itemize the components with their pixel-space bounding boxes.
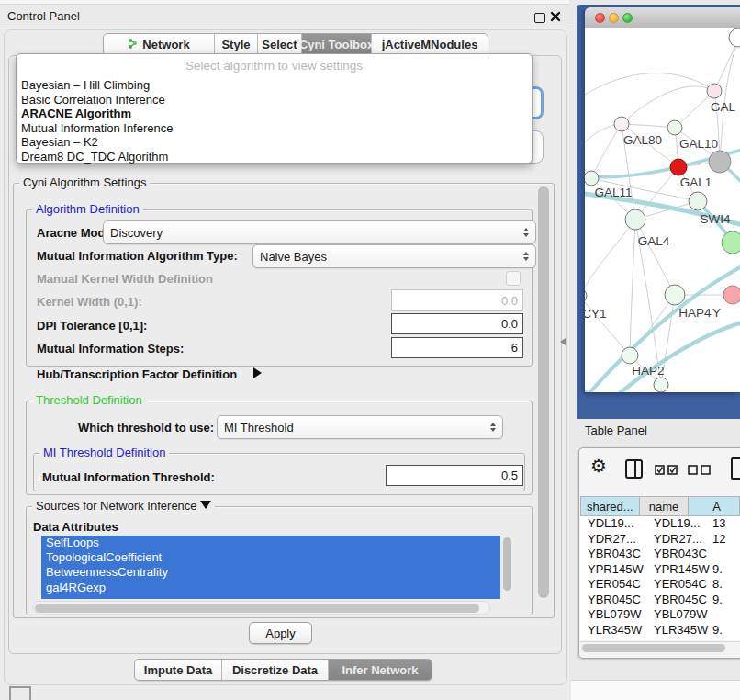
expand-right-icon[interactable] <box>253 367 262 378</box>
float-window-icon[interactable] <box>534 13 545 23</box>
table-settings-gear-icon[interactable]: ⚙ <box>590 456 607 476</box>
deselect-all-columns-icon[interactable] <box>688 464 712 478</box>
node-salmon[interactable] <box>723 286 740 304</box>
tab-discretize-data[interactable]: Discretize Data <box>222 660 329 680</box>
node-hap4[interactable] <box>665 285 685 305</box>
dpi-tolerance-label: DPI Tolerance [0,1]: <box>37 319 147 333</box>
combo-stepper-icon <box>490 423 496 433</box>
minimize-traffic-light[interactable] <box>609 13 619 23</box>
combo-stepper-icon <box>523 228 529 238</box>
node-label: GAL <box>711 100 736 114</box>
table-row[interactable]: YBL079WYBL079W <box>580 607 740 623</box>
aracne-mode-combobox[interactable]: Discovery <box>103 220 536 244</box>
dropdown-item[interactable]: Bayesian – K2 <box>21 135 526 150</box>
combo-stepper-icon <box>523 252 529 262</box>
tab-impute-data[interactable]: Impute Data <box>135 660 222 680</box>
node-label: GAL10 <box>679 137 718 151</box>
list-item[interactable]: TopologicalCoefficient <box>41 550 500 565</box>
column-layout-icon[interactable] <box>625 459 643 479</box>
mi-steps-label: Mutual Information Steps: <box>37 342 184 356</box>
network-view-window: GAL GAL80 GAL10 GAL1 GAL11 SWI4 GAL4 GCY… <box>585 7 740 392</box>
table-row[interactable]: YPR145WYPR145W9. <box>580 562 740 578</box>
close-icon[interactable] <box>550 11 561 22</box>
table-row[interactable]: YDL19...YDL19...13 <box>580 516 740 532</box>
dpi-tolerance-input[interactable]: 0.0 <box>391 313 523 334</box>
node-gal1[interactable] <box>670 159 687 175</box>
node-gal11[interactable] <box>585 171 599 186</box>
mi-steps-input[interactable]: 6 <box>391 337 523 358</box>
node-gray[interactable] <box>709 151 731 173</box>
close-traffic-light[interactable] <box>595 13 605 23</box>
kernel-width-label: Kernel Width (0,1): <box>37 295 142 309</box>
network-window-titlebar[interactable] <box>585 7 740 28</box>
node-bottom[interactable] <box>654 378 668 392</box>
zoom-traffic-light[interactable] <box>622 13 633 23</box>
node-gcy1[interactable] <box>585 288 587 303</box>
dropdown-item[interactable]: Basic Correlation Inference <box>21 93 526 107</box>
node-label: Y <box>712 306 721 320</box>
tab-style[interactable]: Style <box>215 34 258 55</box>
settings-vertical-scrollbar[interactable] <box>536 185 551 613</box>
table-row[interactable]: YBR045CYBR045C9. <box>580 593 740 608</box>
node-label: GAL11 <box>594 186 632 199</box>
list-vertical-scrollbar[interactable] <box>501 536 512 599</box>
table-horizontal-scrollbar[interactable] <box>580 641 740 655</box>
algorithm-definition-title: Algorithm Definition <box>32 203 143 216</box>
table-row[interactable]: YER054CYER054C8. <box>580 577 740 593</box>
network-graph: GAL GAL80 GAL10 GAL1 GAL11 SWI4 GAL4 GCY… <box>585 28 740 392</box>
table-header-row: shared... name A <box>580 496 740 516</box>
list-item[interactable]: SelfLoops <box>41 536 500 550</box>
select-all-columns-icon[interactable] <box>655 464 678 478</box>
data-attributes-label: Data Attributes <box>33 520 118 534</box>
manual-kernel-checkbox[interactable] <box>506 271 521 286</box>
node-bright-green[interactable] <box>722 231 740 254</box>
table-row[interactable]: YIL052CYIL052C9 <box>580 638 740 640</box>
collapse-down-icon[interactable] <box>200 501 211 509</box>
node-swi4[interactable] <box>689 192 707 210</box>
algorithm-dropdown: Select algorithm to view settings Bayesi… <box>16 53 533 164</box>
mi-threshold-input[interactable]: 0.5 <box>386 465 523 486</box>
node-unlabeled-top[interactable] <box>729 28 740 47</box>
node-label: SWI4 <box>700 212 730 226</box>
table-row[interactable]: YDR27...YDR27...12 <box>580 532 740 548</box>
table-row[interactable]: YBR043CYBR043C <box>580 547 740 562</box>
column-header-shared[interactable]: shared... <box>580 496 640 516</box>
column-header-partial[interactable]: A <box>689 496 740 516</box>
export-table-icon[interactable] <box>731 457 740 480</box>
list-item[interactable]: BetweennessCentrality <box>41 565 500 580</box>
node-gal10[interactable] <box>667 120 682 135</box>
dropdown-item[interactable]: Mutual Information Inference <box>21 121 526 136</box>
minimized-panel-icon[interactable] <box>9 686 31 700</box>
hub-definition-label: Hub/Transcription Factor Definition <box>37 367 237 381</box>
dropdown-item-aracne[interactable]: ARACNE Algorithm <box>21 107 526 121</box>
tab-infer-network[interactable]: Infer Network <box>329 660 432 680</box>
panel-splitter-handle[interactable] <box>560 338 566 345</box>
sources-group-title: Sources for Network Inference <box>32 500 215 513</box>
column-header-name[interactable]: name <box>640 496 690 516</box>
kernel-width-input[interactable]: 0.0 <box>391 289 523 311</box>
apply-button[interactable]: Apply <box>249 622 312 644</box>
tab-jactivemnodules[interactable]: jActiveMNodules <box>372 34 488 55</box>
node-label: GAL80 <box>623 133 662 147</box>
network-thick-edges <box>585 146 740 392</box>
list-item[interactable]: gal4RGexp <box>41 581 500 595</box>
network-icon <box>128 38 138 52</box>
algorithm-dropdown-placeholder: Select algorithm to view settings <box>17 59 532 73</box>
node-hap2[interactable] <box>622 347 638 364</box>
tab-network[interactable]: Network <box>104 34 215 55</box>
network-canvas[interactable]: GAL GAL80 GAL10 GAL1 GAL11 SWI4 GAL4 GCY… <box>585 28 740 392</box>
node-gal80[interactable] <box>614 117 629 131</box>
mi-type-label: Mutual Information Algorithm Type: <box>37 249 238 263</box>
bottom-right-strip <box>571 680 740 700</box>
dropdown-item[interactable]: Bayesian – Hill Climbing <box>21 78 526 93</box>
tab-select[interactable]: Select <box>258 34 302 55</box>
node-gal-partial[interactable] <box>707 84 722 98</box>
mi-type-combobox[interactable]: Naive Bayes <box>252 244 536 268</box>
node-gal4[interactable] <box>625 209 645 230</box>
table-panel-window: ⚙ shared... name A YDL19...YDL19...13 YD… <box>578 447 740 659</box>
table-row[interactable]: YLR345WYLR345W9. <box>580 623 740 638</box>
dropdown-item[interactable]: Dream8 DC_TDC Algorithm <box>21 150 526 164</box>
list-horizontal-scrollbar[interactable] <box>33 601 490 615</box>
tab-cyni-toolbox[interactable]: Cyni Toolbox <box>302 34 372 55</box>
which-threshold-combobox[interactable]: MI Threshold <box>217 415 503 439</box>
